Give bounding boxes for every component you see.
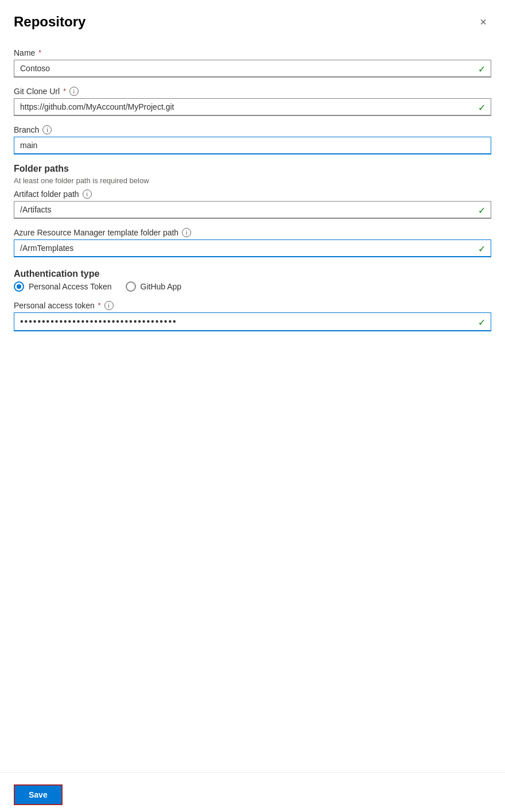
branch-field-group: Branch i: [14, 125, 491, 154]
pat-input-wrapper: ✓: [14, 312, 491, 331]
auth-type-section: Authentication type Personal Access Toke…: [14, 269, 491, 331]
artifact-folder-input-wrapper: ✓: [14, 201, 491, 219]
artifact-folder-field-group: Artifact folder path i ✓: [14, 190, 491, 219]
name-input-wrapper: ✓: [14, 60, 491, 78]
close-button[interactable]: ×: [475, 14, 491, 30]
pat-radio-dot: [17, 284, 21, 289]
pat-check-icon: ✓: [478, 316, 485, 327]
artifact-folder-label: Artifact folder path i: [14, 190, 491, 199]
personal-access-token-label: Personal access token * i: [14, 301, 491, 310]
git-url-check-icon: ✓: [478, 102, 485, 113]
pat-radio-circle[interactable]: [14, 281, 24, 292]
arm-template-input-wrapper: ✓: [14, 239, 491, 257]
auth-option-personal-access-token[interactable]: Personal Access Token: [14, 281, 112, 292]
artifact-folder-check-icon: ✓: [478, 204, 485, 215]
folder-paths-section: Folder paths At least one folder path is…: [14, 164, 491, 257]
pat-info-icon[interactable]: i: [104, 301, 114, 310]
git-clone-url-input[interactable]: [14, 98, 491, 116]
save-button[interactable]: Save: [14, 784, 63, 805]
personal-access-token-input[interactable]: [14, 312, 491, 331]
arm-template-info-icon[interactable]: i: [182, 228, 191, 237]
name-label: Name *: [14, 48, 491, 57]
footer-divider: [0, 772, 505, 773]
footer: Save: [0, 778, 505, 812]
branch-info-icon[interactable]: i: [42, 125, 52, 134]
pat-required-star: *: [98, 301, 101, 310]
artifact-folder-input[interactable]: [14, 201, 491, 219]
auth-type-heading: Authentication type: [14, 269, 491, 279]
name-required-star: *: [38, 49, 41, 57]
name-check-icon: ✓: [478, 63, 485, 74]
artifact-folder-info-icon[interactable]: i: [83, 190, 92, 199]
auth-option-github-app[interactable]: GitHub App: [126, 281, 182, 292]
git-clone-url-label: Git Clone Url * i: [14, 87, 491, 96]
branch-label: Branch i: [14, 125, 491, 134]
auth-radio-group: Personal Access Token GitHub App: [14, 281, 491, 292]
branch-input[interactable]: [14, 137, 491, 154]
git-clone-url-field-group: Git Clone Url * i ✓: [14, 87, 491, 116]
arm-template-field-group: Azure Resource Manager template folder p…: [14, 228, 491, 257]
branch-input-wrapper: [14, 137, 491, 154]
panel-title: Repository: [14, 14, 86, 30]
pat-radio-label: Personal Access Token: [29, 282, 112, 291]
arm-template-label: Azure Resource Manager template folder p…: [14, 228, 491, 237]
repository-panel: Repository × Name * ✓ Git Clone Url * i …: [0, 0, 505, 812]
git-clone-url-input-wrapper: ✓: [14, 98, 491, 116]
name-field-group: Name * ✓: [14, 48, 491, 78]
folder-paths-heading: Folder paths: [14, 164, 491, 174]
personal-access-token-field-group: Personal access token * i ✓: [14, 301, 491, 331]
arm-template-check-icon: ✓: [478, 243, 485, 254]
arm-template-input[interactable]: [14, 239, 491, 257]
github-app-radio-label: GitHub App: [141, 282, 182, 291]
git-url-required-star: *: [63, 87, 66, 95]
name-input[interactable]: [14, 60, 491, 78]
github-app-radio-circle[interactable]: [126, 281, 136, 292]
folder-paths-subtext: At least one folder path is required bel…: [14, 176, 491, 185]
panel-header: Repository ×: [14, 14, 491, 30]
git-url-info-icon[interactable]: i: [69, 87, 79, 96]
